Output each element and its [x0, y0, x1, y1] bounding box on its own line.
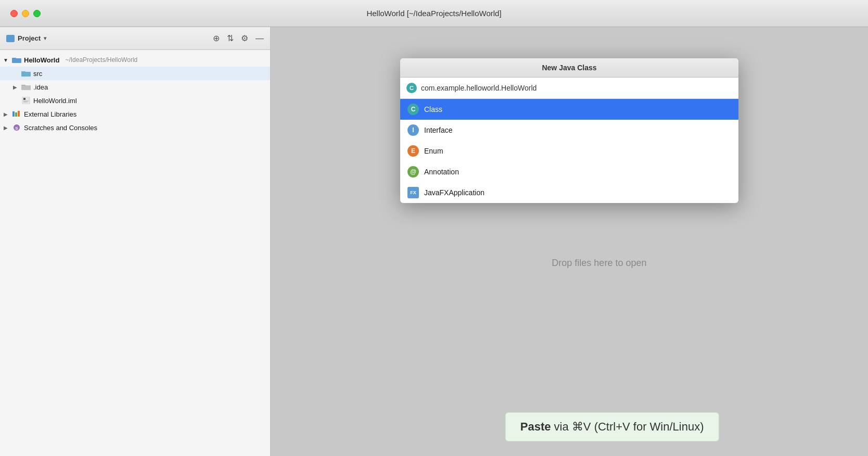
tree-item-helloworld[interactable]: ▼ HelloWorld ~/IdeaProjects/HelloWorld: [0, 53, 270, 67]
svg-rect-10: [12, 111, 15, 117]
label-enum: Enum: [424, 147, 443, 155]
sidebar-toolbar: ⊕ ⇅ ⚙ —: [213, 33, 264, 43]
traffic-lights: [10, 10, 41, 17]
tree-label-iml: HelloWorld.iml: [33, 97, 77, 105]
collapse-icon[interactable]: —: [256, 34, 264, 43]
list-item-annotation[interactable]: @ Annotation: [400, 161, 738, 182]
svg-text:S: S: [15, 126, 18, 131]
file-icon-iml: [21, 97, 31, 104]
project-icon: [6, 35, 15, 42]
svg-rect-7: [23, 98, 25, 100]
list-item-javafx[interactable]: FX JavaFXApplication: [400, 182, 738, 203]
main-layout: Project ▾ ⊕ ⇅ ⚙ — ▼ HelloWorld ~/IdeaPro…: [0, 27, 868, 456]
list-item-class[interactable]: C Class: [400, 99, 738, 120]
svg-rect-5: [21, 85, 31, 90]
folder-icon-helloworld: [12, 56, 21, 64]
tree-label-idea: .idea: [33, 83, 48, 91]
filter-icon[interactable]: ⇅: [227, 33, 234, 43]
expand-arrow-helloworld: ▼: [2, 57, 9, 63]
label-interface: Interface: [424, 126, 452, 134]
paste-hint-bold: Paste: [520, 420, 551, 433]
label-javafx: JavaFXApplication: [424, 188, 484, 197]
sidebar: Project ▾ ⊕ ⇅ ⚙ — ▼ HelloWorld ~/IdeaPro…: [0, 27, 271, 456]
settings-icon[interactable]: ⚙: [241, 33, 248, 43]
sidebar-dropdown-arrow[interactable]: ▾: [44, 35, 46, 41]
tree-label-helloworld: HelloWorld: [24, 56, 59, 64]
list-item-enum[interactable]: E Enum: [400, 141, 738, 161]
new-java-class-dialog: New Java Class C C Class I Interface: [400, 58, 738, 203]
expand-arrow-extlibs: ▶: [2, 111, 9, 117]
window-title: HelloWorld [~/IdeaProjects/HelloWorld]: [366, 9, 501, 18]
svg-rect-12: [18, 111, 20, 117]
class-name-input[interactable]: [421, 84, 732, 92]
content-area: Drop files here to open New Java Class C…: [271, 27, 868, 456]
tree-item-src[interactable]: src: [0, 67, 270, 80]
file-tree: ▼ HelloWorld ~/IdeaProjects/HelloWorld s…: [0, 50, 270, 456]
sidebar-title-label: Project: [18, 34, 41, 42]
badge-javafx: FX: [407, 187, 419, 198]
svg-rect-1: [12, 58, 21, 63]
svg-rect-11: [15, 112, 17, 117]
folder-icon-src: [21, 70, 31, 77]
tree-sublabel-helloworld: ~/IdeaProjects/HelloWorld: [65, 56, 137, 64]
locate-icon[interactable]: ⊕: [213, 33, 220, 43]
badge-annotation: @: [407, 166, 419, 178]
svg-rect-3: [21, 72, 31, 77]
tree-label-scratches: Scratches and Consoles: [24, 124, 97, 132]
maximize-button[interactable]: [33, 10, 41, 17]
tree-label-extlibs: External Libraries: [24, 110, 76, 118]
scratches-icon: S: [12, 124, 21, 131]
label-class: Class: [424, 105, 442, 113]
libs-icon: [12, 110, 21, 118]
sidebar-header: Project ▾ ⊕ ⇅ ⚙ —: [0, 27, 270, 50]
badge-class: C: [407, 104, 419, 115]
modal-overlay: New Java Class C C Class I Interface: [271, 27, 868, 456]
class-type-list: C Class I Interface E Enum @ Annotation: [400, 99, 738, 203]
dialog-title: New Java Class: [400, 58, 738, 78]
label-annotation: Annotation: [424, 168, 459, 176]
tree-item-idea[interactable]: ▶ .idea: [0, 80, 270, 94]
tree-item-scratches[interactable]: ▶ S Scratches and Consoles: [0, 121, 270, 134]
folder-icon-idea: [21, 83, 31, 91]
input-class-icon: C: [406, 83, 417, 93]
titlebar: HelloWorld [~/IdeaProjects/HelloWorld]: [0, 0, 868, 27]
paste-hint-rest: via ⌘V (Ctrl+V for Win/Linux): [551, 420, 704, 433]
close-button[interactable]: [10, 10, 18, 17]
expand-arrow-idea: ▶: [11, 84, 19, 90]
list-item-interface[interactable]: I Interface: [400, 120, 738, 141]
paste-hint-bar: Paste via ⌘V (Ctrl+V for Win/Linux): [505, 412, 719, 441]
dialog-input-row: C: [400, 78, 738, 99]
tree-item-iml[interactable]: HelloWorld.iml: [0, 94, 270, 107]
sidebar-title: Project ▾: [6, 34, 209, 42]
tree-label-src: src: [33, 70, 42, 78]
badge-interface: I: [407, 124, 419, 136]
expand-arrow-scratches: ▶: [2, 125, 9, 131]
badge-enum: E: [407, 145, 419, 157]
minimize-button[interactable]: [22, 10, 29, 17]
tree-item-extlibs[interactable]: ▶ External Libraries: [0, 107, 270, 121]
